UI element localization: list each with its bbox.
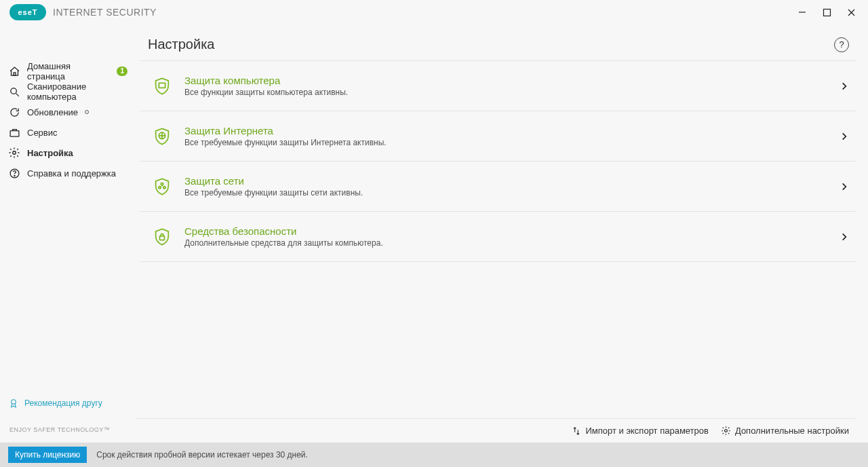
sidebar-item-label: Сканирование компьютера [27,81,127,102]
svg-point-10 [14,175,14,176]
sidebar-item-help[interactable]: Справка и поддержка [0,163,136,183]
card-title: Защита Интернета [184,125,827,136]
home-icon [8,65,20,77]
chevron-right-icon [840,232,849,242]
help-icon [8,167,20,179]
sidebar-item-settings[interactable]: Настройка [0,143,136,163]
shield-monitor-icon [152,76,172,96]
main-footer: Импорт и экспорт параметров Дополнительн… [136,418,856,443]
shield-lock-icon [152,227,172,247]
svg-rect-4 [14,72,16,75]
svg-rect-17 [160,236,165,240]
card-title: Защита компьютера [184,75,827,86]
svg-point-5 [10,88,16,94]
settings-cards: Защита компьютера Все функции защиты ком… [136,60,856,262]
svg-point-11 [12,400,16,405]
titlebar: eseT INTERNET SECURITY [0,0,868,24]
card-desc: Все требуемые функции защиты сети активн… [184,188,827,198]
minimize-button[interactable] [796,6,808,18]
sidebar-item-label: Обновление [27,107,78,117]
trial-status: Срок действия пробной версии истекает че… [96,450,308,460]
import-export-icon [572,426,581,436]
brand: eseT INTERNET SECURITY [9,4,157,20]
brand-logo: eseT [9,4,46,20]
card-desc: Все функции защиты компьютера активны. [184,88,827,97]
chevron-right-icon [840,81,849,91]
advanced-settings-label: Дополнительные настройки [735,426,849,436]
refer-link[interactable]: Рекомендация другу [8,398,127,413]
card-title: Средства безопасности [184,225,827,237]
import-export-link[interactable]: Импорт и экспорт параметров [572,426,708,436]
briefcase-icon [8,126,20,138]
sidebar-item-home[interactable]: Домашняя страница 1 [0,61,136,81]
slogan: ENJOY SAFER TECHNOLOGY™ [0,419,136,443]
svg-point-18 [725,430,728,432]
sidebar-item-tools[interactable]: Сервис [0,122,136,143]
close-button[interactable] [845,6,857,18]
card-internet-protection[interactable]: Защита Интернета Все требуемые функции з… [140,111,856,161]
sidebar: Домашняя страница 1 Сканирование компьют… [0,24,136,443]
page-title: Настройка [148,37,214,52]
shield-network-icon [152,176,172,197]
shield-globe-icon [152,126,172,147]
update-dot-icon [85,110,89,114]
card-desc: Все требуемые функции защиты Интернета а… [184,138,827,147]
sidebar-badge: 1 [117,67,127,76]
sidebar-item-label: Справка и поддержка [27,168,116,179]
buy-license-button[interactable]: Купить лицензию [8,447,87,463]
card-computer-protection[interactable]: Защита компьютера Все функции защиты ком… [140,60,856,111]
advanced-settings-link[interactable]: Дополнительные настройки [721,426,849,436]
svg-line-6 [16,93,18,96]
import-export-label: Импорт и экспорт параметров [585,426,708,436]
svg-rect-1 [823,9,830,16]
brand-product: INTERNET SECURITY [53,7,157,18]
brand-logo-text: eseT [18,8,37,16]
svg-point-8 [13,151,16,155]
card-security-tools[interactable]: Средства безопасности Дополнительные сре… [140,211,856,262]
sidebar-item-label: Домашняя страница [27,61,110,81]
chevron-right-icon [840,182,849,191]
award-icon [8,398,19,409]
maximize-button[interactable] [821,6,833,18]
card-title: Защита сети [184,175,827,187]
card-network-protection[interactable]: Защита сети Все требуемые функции защиты… [140,161,856,211]
gear-icon [721,426,731,436]
gear-icon [8,147,20,159]
card-desc: Дополнительные средства для защиты компь… [184,238,827,248]
sidebar-item-label: Сервис [27,128,58,138]
chevron-right-icon [840,132,849,141]
page-header: Настройка ? [136,24,856,60]
refresh-icon [8,106,20,118]
svg-rect-12 [159,83,165,88]
refer-label: Рекомендация другу [24,398,102,408]
svg-rect-7 [10,130,19,136]
window-controls [796,6,864,18]
search-icon [8,86,20,98]
svg-point-16 [161,183,163,185]
sidebar-item-update[interactable]: Обновление [0,102,136,122]
sidebar-item-scan[interactable]: Сканирование компьютера [0,81,136,102]
main: Настройка ? Защита компьютера Все функци… [136,24,868,443]
page-help-button[interactable]: ? [834,37,849,52]
sidebar-item-label: Настройка [27,148,73,158]
statusbar: Купить лицензию Срок действия пробной ве… [0,443,868,467]
